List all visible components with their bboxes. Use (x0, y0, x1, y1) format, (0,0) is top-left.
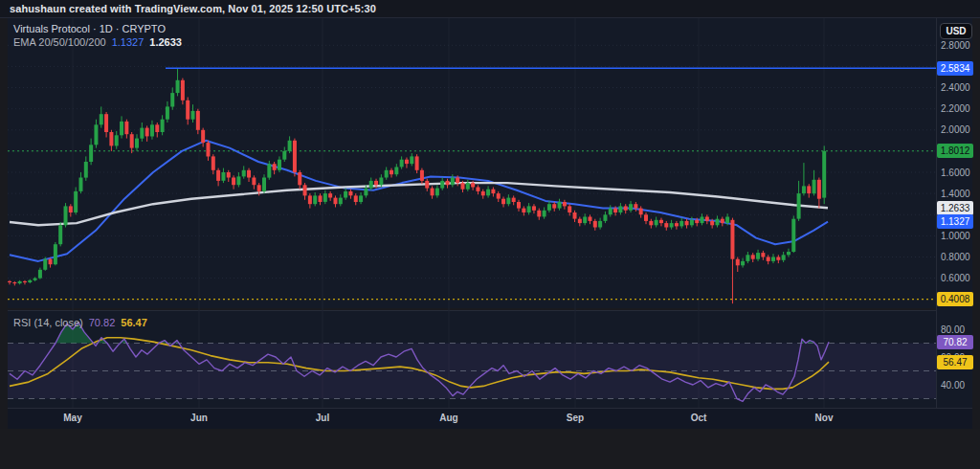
price-badge-0.4008: 0.4008 (937, 292, 973, 306)
candle-body (405, 160, 409, 164)
candle-body (420, 170, 424, 181)
ema-white-line[interactable] (10, 183, 828, 225)
candle-body (28, 280, 32, 282)
candle-body (282, 151, 286, 160)
candle-body (446, 181, 450, 185)
month-label-may[interactable]: May (63, 413, 81, 423)
candle-body (78, 178, 82, 191)
candle-body (273, 164, 277, 170)
candle-body (201, 130, 205, 143)
candle-body (807, 186, 811, 193)
candle-body (721, 219, 724, 223)
price-badge-1.8012: 1.8012 (937, 144, 973, 158)
candle-body (308, 195, 312, 204)
candle-body (481, 191, 485, 195)
symbol-legend[interactable]: Virtuals Protocol · 1D · CRYPTO (13, 23, 166, 35)
rsi-ma-value: 56.47 (121, 317, 147, 328)
candle-body (543, 211, 546, 217)
candle-body (379, 178, 383, 186)
candle-body (639, 209, 643, 215)
candle-body (609, 209, 612, 215)
candle-body (43, 259, 47, 270)
candle-body (161, 120, 165, 132)
candle-body (440, 181, 444, 189)
candle-body (486, 190, 490, 196)
candle-body (685, 221, 689, 225)
candle-body (710, 221, 714, 225)
candle-body (170, 93, 174, 106)
symbol-title[interactable]: Virtuals Protocol · 1D · CRYPTO (13, 23, 166, 34)
rsi-badge-70.82: 70.82 (937, 335, 973, 349)
candle-body (242, 170, 246, 177)
candle-body (532, 206, 536, 210)
ema-legend[interactable]: EMA 20/50/100/2001.13271.2633 (13, 36, 182, 49)
candle-body (501, 199, 505, 205)
month-label-nov[interactable]: Nov (815, 413, 834, 423)
candle-body (328, 193, 332, 197)
price-tick-label: 1.6000 (941, 166, 975, 180)
month-label-jul[interactable]: Jul (316, 413, 329, 423)
candle-body (761, 253, 765, 257)
price-tick-label: 2.0000 (941, 123, 975, 137)
candle-body (415, 156, 419, 169)
month-label-sep[interactable]: Sep (567, 413, 584, 423)
month-label-jun[interactable]: Jun (190, 413, 208, 423)
candle-body (512, 198, 516, 202)
candle-body (659, 220, 663, 223)
candle-body (298, 172, 301, 185)
chart-canvas[interactable] (0, 0, 980, 469)
candle-body (390, 170, 393, 174)
candle-body (89, 145, 93, 162)
candle-body (166, 106, 169, 119)
candle-body (374, 181, 378, 185)
candle-body (23, 281, 27, 282)
candle-body (588, 217, 591, 221)
candle-body (456, 178, 459, 184)
candle-body (527, 206, 531, 212)
candle-body (802, 186, 806, 193)
month-label-oct[interactable]: Oct (691, 413, 707, 423)
ema-value-blue: 1.1327 (112, 36, 145, 48)
candle-body (664, 223, 668, 227)
candle-body (705, 217, 709, 221)
ema-value-white: 1.2633 (149, 36, 182, 48)
rsi-value: 70.82 (89, 317, 116, 328)
candle-body (303, 185, 307, 195)
candle-body (69, 206, 73, 212)
candle-body (655, 220, 658, 226)
candle-body (517, 202, 521, 209)
candle-body (675, 223, 679, 226)
currency-toggle-button[interactable]: USD (940, 23, 972, 39)
candle-body (690, 220, 694, 226)
candle-body (115, 135, 119, 145)
candle-body (227, 172, 231, 178)
candle-body (568, 206, 571, 212)
candle-body (410, 156, 413, 164)
candle-body (150, 124, 154, 136)
candle-body (313, 195, 317, 204)
candle-body (54, 244, 57, 264)
candle-body (84, 162, 88, 178)
candle-body (176, 80, 180, 93)
candle-body (741, 261, 745, 265)
candle-body (120, 122, 123, 135)
candle-body (293, 141, 297, 172)
candle-body (736, 259, 740, 266)
candle-body (618, 206, 622, 212)
candle-body (354, 195, 358, 202)
rsi-legend[interactable]: RSI (14, close)70.8256.47 (13, 317, 147, 329)
candle-body (124, 122, 128, 134)
candle-body (400, 160, 404, 168)
candle-body (466, 183, 470, 190)
candle-body (49, 259, 53, 265)
month-label-aug[interactable]: Aug (439, 413, 457, 423)
candle-body (236, 176, 240, 185)
candle-body (109, 132, 113, 145)
candle-body (64, 206, 68, 225)
candle-body (135, 139, 139, 148)
candle-body (323, 193, 327, 202)
candle-body (196, 111, 200, 130)
candle-body (558, 202, 562, 209)
candle-body (369, 181, 373, 189)
candle-body (394, 168, 398, 175)
